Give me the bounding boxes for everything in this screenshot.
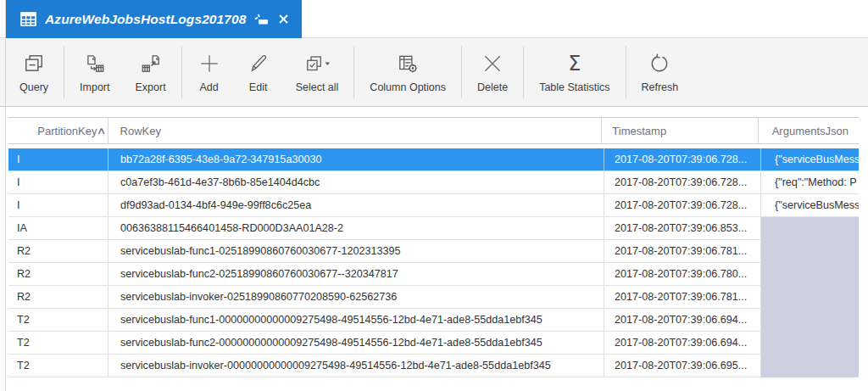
table-row[interactable]: R2 servicebuslab-func2-02518990860760030… bbox=[8, 263, 859, 286]
column-header-partitionkey[interactable]: PartitionKey^ bbox=[8, 118, 108, 143]
table-row[interactable]: T2 servicebuslab-invoker-000000000000092… bbox=[8, 355, 859, 377]
toolbar-separator bbox=[523, 46, 524, 98]
cell-rowkey: bb72a28f-6395-43e8-9a72-347915a30030 bbox=[108, 148, 604, 171]
pencil-icon bbox=[248, 52, 270, 75]
cell-partitionkey: R2 bbox=[8, 286, 108, 309]
table-row[interactable]: I bb72a28f-6395-43e8-9a72-347915a30030 2… bbox=[8, 148, 859, 171]
cell-partitionkey: R2 bbox=[8, 240, 108, 263]
toolbar-separator bbox=[181, 46, 182, 98]
cell-partitionkey: I bbox=[8, 148, 108, 171]
export-label: Export bbox=[135, 81, 165, 93]
export-button[interactable]: Export bbox=[122, 38, 178, 106]
toolbar-separator bbox=[64, 46, 64, 98]
column-header-rowkey[interactable]: RowKey bbox=[108, 118, 603, 143]
export-icon bbox=[140, 52, 162, 75]
toolbar-separator bbox=[353, 46, 354, 98]
table-statistics-button[interactable]: Σ Table Statistics bbox=[526, 38, 622, 106]
edit-label: Edit bbox=[249, 81, 268, 93]
import-button[interactable]: Import bbox=[67, 38, 122, 106]
refresh-button[interactable]: Refresh bbox=[629, 38, 692, 106]
cell-timestamp: 2017-08-20T07:39:06.780... bbox=[604, 263, 761, 286]
delete-button[interactable]: Delete bbox=[465, 38, 520, 106]
query-button[interactable]: Query bbox=[7, 38, 61, 106]
import-icon bbox=[84, 52, 106, 75]
add-label: Add bbox=[200, 81, 219, 93]
close-icon[interactable] bbox=[279, 14, 288, 24]
column-options-label: Column Options bbox=[370, 81, 446, 93]
refresh-icon bbox=[648, 52, 670, 75]
table-row[interactable]: T2 servicebuslab-func1-00000000000009275… bbox=[8, 309, 859, 332]
sort-ascending-icon: ^ bbox=[97, 129, 104, 137]
table-grid-icon bbox=[20, 12, 36, 26]
sigma-icon: Σ bbox=[568, 52, 581, 75]
cell-timestamp: 2017-08-20T07:39:06.695... bbox=[604, 355, 761, 377]
cell-timestamp: 2017-08-20T07:39:06.728... bbox=[604, 171, 761, 194]
cell-partitionkey: I bbox=[8, 194, 108, 217]
cell-argumentsjson: {"serviceBusMessa bbox=[761, 148, 859, 171]
column-header-timestamp[interactable]: Timestamp bbox=[602, 118, 758, 143]
column-options-button[interactable]: Column Options bbox=[357, 38, 459, 106]
delete-x-icon bbox=[481, 52, 504, 75]
cell-partitionkey: R2 bbox=[8, 263, 108, 286]
cell-rowkey: servicebuslab-func1-02518990860760030677… bbox=[108, 240, 604, 263]
cell-argumentsjson-empty bbox=[761, 355, 859, 377]
query-icon bbox=[23, 52, 45, 75]
cell-timestamp: 2017-08-20T07:39:06.853... bbox=[604, 217, 761, 240]
cell-rowkey: servicebuslab-invoker-025189908607702085… bbox=[108, 286, 604, 309]
table-body: I bb72a28f-6395-43e8-9a72-347915a30030 2… bbox=[8, 148, 859, 377]
cell-rowkey: servicebuslab-invoker-000000000000092754… bbox=[108, 355, 604, 377]
toolbar-separator bbox=[461, 46, 462, 98]
cell-partitionkey: T2 bbox=[8, 332, 108, 355]
cell-argumentsjson-empty bbox=[761, 332, 859, 355]
table-row[interactable]: I c0a7ef3b-461d-4e37-8b6b-85e1404d4cbc 2… bbox=[8, 171, 859, 194]
column-header-argumentsjson[interactable]: ArgumentsJson bbox=[759, 118, 859, 143]
cell-timestamp: 2017-08-20T07:39:06.694... bbox=[604, 309, 761, 332]
cell-rowkey: servicebuslab-func2-02518990860760030677… bbox=[108, 263, 604, 286]
cell-rowkey: c0a7ef3b-461d-4e37-8b6b-85e1404d4cbc bbox=[108, 171, 604, 194]
cell-argumentsjson-empty bbox=[761, 286, 859, 309]
import-label: Import bbox=[80, 81, 109, 93]
toolbar: Query Import bbox=[0, 38, 868, 107]
table-header-row: PartitionKey^ RowKey Timestamp Arguments… bbox=[8, 117, 859, 144]
table-row[interactable]: IA 00636388115466401458-RD000D3AA01A28-2… bbox=[8, 217, 859, 240]
pin-tab-icon[interactable] bbox=[254, 14, 269, 25]
add-button[interactable]: Add bbox=[185, 38, 234, 106]
cell-timestamp: 2017-08-20T07:39:06.728... bbox=[604, 194, 761, 217]
table-row[interactable]: T2 servicebuslab-func2-00000000000009275… bbox=[8, 332, 859, 355]
cell-rowkey: df9d93ad-0134-4bf4-949e-99ff8c6c25ea bbox=[108, 194, 604, 217]
query-label: Query bbox=[19, 81, 48, 93]
cell-rowkey: servicebuslab-func1-00000000000009275498… bbox=[108, 309, 604, 332]
cell-timestamp: 2017-08-20T07:39:06.694... bbox=[604, 332, 761, 355]
cell-timestamp: 2017-08-20T07:39:06.781... bbox=[604, 286, 761, 309]
cell-argumentsjson: {"req":"Method: P bbox=[761, 171, 859, 194]
select-all-label: Select all bbox=[296, 81, 339, 93]
table-row[interactable]: I df9d93ad-0134-4bf4-949e-99ff8c6c25ea 2… bbox=[8, 194, 859, 217]
table-statistics-label: Table Statistics bbox=[539, 81, 609, 93]
column-options-icon bbox=[397, 52, 419, 75]
select-all-button[interactable]: Select all bbox=[283, 38, 352, 106]
edit-button[interactable]: Edit bbox=[234, 38, 283, 106]
delete-label: Delete bbox=[477, 81, 508, 93]
cell-argumentsjson-empty bbox=[761, 309, 859, 332]
cell-partitionkey: I bbox=[8, 171, 108, 194]
refresh-label: Refresh bbox=[642, 81, 679, 93]
toolbar-separator bbox=[626, 46, 626, 98]
entities-table: PartitionKey^ RowKey Timestamp Arguments… bbox=[8, 117, 859, 377]
table-row[interactable]: R2 servicebuslab-func1-02518990860760030… bbox=[8, 240, 859, 263]
table-row[interactable]: R2 servicebuslab-invoker-025189908607702… bbox=[8, 286, 859, 309]
cell-timestamp: 2017-08-20T07:39:06.781... bbox=[604, 240, 761, 263]
tab-azurewebjobshostlogs[interactable]: AzureWebJobsHostLogs201708 bbox=[6, 0, 302, 38]
tab-title: AzureWebJobsHostLogs201708 bbox=[45, 12, 246, 27]
cell-argumentsjson-empty bbox=[761, 263, 859, 286]
tab-bar: AzureWebJobsHostLogs201708 bbox=[0, 0, 868, 38]
cell-argumentsjson-empty bbox=[761, 217, 859, 240]
cell-partitionkey: T2 bbox=[8, 355, 108, 377]
plus-icon bbox=[198, 52, 220, 75]
select-all-icon bbox=[303, 52, 331, 75]
left-panel-border bbox=[5, 0, 6, 391]
cell-partitionkey: T2 bbox=[8, 309, 108, 332]
cell-timestamp: 2017-08-20T07:39:06.728... bbox=[604, 148, 761, 171]
cell-rowkey: 00636388115466401458-RD000D3AA01A28-2 bbox=[108, 217, 604, 240]
cell-argumentsjson: {"serviceBusMessa bbox=[761, 194, 859, 217]
cell-rowkey: servicebuslab-func2-00000000000009275498… bbox=[108, 332, 604, 355]
